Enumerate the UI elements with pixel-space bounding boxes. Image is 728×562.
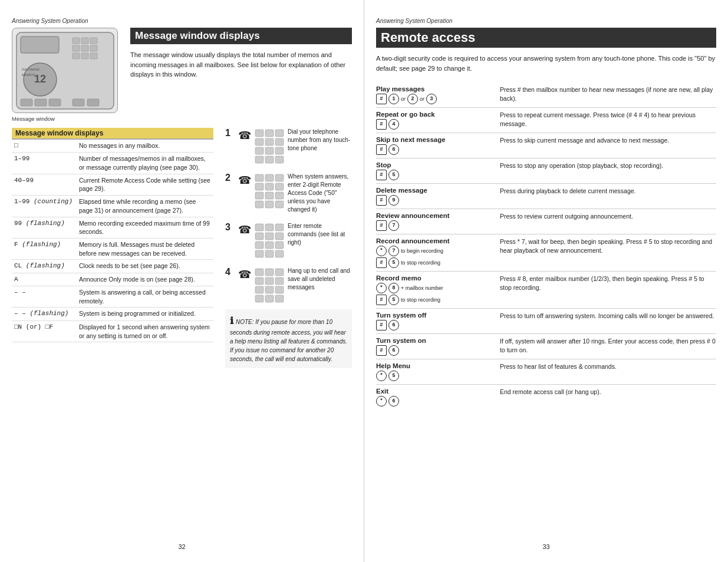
left-page-title: Message window displays [130, 28, 352, 44]
display-code: 1–99 (counting) [12, 196, 77, 217]
display-table: □No messages in any mailbox.1–99Number o… [12, 140, 213, 342]
svg-rect-38 [255, 192, 263, 199]
remote-code-badge: 5 [388, 371, 399, 381]
remote-command-row: Record announcement*7to begin recording#… [376, 234, 716, 272]
remote-code-badge: * [376, 246, 387, 256]
svg-rect-54 [265, 250, 274, 257]
display-code: CL (flashing) [12, 260, 77, 273]
remote-code-badge: 7 [388, 220, 399, 231]
remote-code-row: #6 [376, 345, 494, 356]
right-page-title: Remote access [376, 28, 716, 48]
left-main-content: Message window displays □No messages in … [12, 128, 352, 537]
remote-code-row: *6 [376, 396, 494, 406]
left-page-number: 32 [12, 537, 352, 550]
remote-command-row: Review announcement#7Press to review cur… [376, 209, 716, 234]
remote-code-badge: 5 [388, 257, 399, 268]
svg-rect-30 [265, 156, 274, 163]
remote-action-left: Skip to next message#6 [376, 136, 494, 155]
remote-command-row: Stop#5Press to stop any operation (stop … [376, 158, 716, 184]
remote-action-desc: Press to hear list of features & command… [500, 362, 716, 381]
remote-code-badge: # [376, 320, 387, 330]
remote-command-row: Turn system on#6If off, system will answ… [376, 334, 716, 359]
remote-action-title: Play messages [376, 85, 494, 92]
remote-code-badge: # [376, 119, 387, 130]
remote-code-badge: 1 [388, 94, 399, 104]
svg-rect-28 [275, 147, 284, 154]
svg-rect-50 [255, 242, 263, 249]
svg-rect-20 [255, 130, 263, 137]
remote-code-row: #9 [376, 195, 494, 206]
table-row: 1–99Number of messages/memos in all mail… [12, 153, 213, 174]
display-desc: Displayed for 1 second when answering sy… [77, 320, 213, 342]
remote-code-badge: # [376, 345, 387, 356]
svg-rect-61 [275, 277, 284, 285]
svg-rect-10 [90, 53, 97, 59]
table-row: 40–99Current Remote Access Code while se… [12, 174, 213, 195]
table-row: CL (flashing)Clock needs to be set (see … [12, 260, 213, 273]
remote-code-row: #7 [376, 220, 494, 231]
remote-code-label: + mailbox number [401, 285, 443, 291]
device-area: 12 INCOMING MEMOS Message window [12, 28, 121, 122]
keypad-icon [255, 129, 284, 164]
remote-action-left: Exit*6 [376, 388, 494, 406]
svg-rect-42 [265, 201, 274, 208]
remote-code-row: #1or2or3 [376, 94, 494, 104]
remote-code-badge: 9 [388, 195, 399, 206]
remote-action-desc: Press to stop any operation (stop playba… [500, 161, 716, 180]
remote-action-desc: Press * 7, wait for beep, then begin spe… [500, 237, 716, 268]
phone-icon: ☎ [238, 223, 251, 236]
info-icon: ℹ [230, 316, 233, 326]
remote-code-row: *5 [376, 371, 494, 381]
steps-wrapper: 1☎Dial your telephone number from any to… [225, 128, 352, 303]
right-page-number: 33 [376, 537, 716, 550]
table-row: AAnnounce Only mode is on (see page 28). [12, 273, 213, 286]
remote-code-badge: # [376, 170, 387, 180]
display-code: 40–99 [12, 174, 77, 195]
svg-rect-33 [265, 174, 274, 181]
svg-rect-29 [255, 156, 263, 163]
remote-action-left: Play messages#1or2or3 [376, 85, 494, 104]
svg-rect-37 [275, 183, 284, 190]
table-row: □N (or) □FDisplayed for 1 second when an… [12, 320, 213, 342]
svg-rect-32 [255, 174, 263, 181]
steps-column: 1☎Dial your telephone number from any to… [225, 128, 352, 537]
step-number: 3 [225, 222, 235, 233]
right-page: Answering System Operation Remote access… [364, 0, 728, 562]
display-code: A [12, 273, 77, 286]
svg-rect-40 [275, 192, 284, 199]
remote-action-desc: Press # then mailbox number to hear new … [500, 85, 716, 104]
svg-rect-62 [255, 286, 263, 293]
display-desc: Number of messages/memos in all mailboxe… [77, 153, 213, 174]
remote-action-desc: Press # 8, enter mailbox number (1/2/3),… [500, 275, 716, 305]
svg-rect-39 [265, 192, 274, 199]
right-intro: A two-digit security code is required to… [376, 54, 716, 73]
keypad-icon [255, 174, 284, 209]
svg-text:INCOMING: INCOMING [22, 68, 40, 71]
svg-rect-52 [275, 242, 284, 249]
display-desc: Current Remote Access Code while setting… [77, 174, 213, 195]
phone-icon: ☎ [238, 268, 251, 281]
remote-code-row: #5 [376, 170, 494, 180]
device-svg: 12 INCOMING MEMOS [14, 29, 117, 112]
svg-rect-31 [275, 156, 284, 163]
svg-rect-67 [275, 295, 284, 302]
remote-code-badge: 7 [388, 246, 399, 256]
svg-rect-41 [255, 201, 263, 208]
step-description: When system answers, enter 2-digit Remot… [288, 173, 352, 214]
remote-command-row: Help Menu*5Press to hear list of feature… [376, 359, 716, 385]
remote-code-badge: * [376, 371, 387, 381]
display-code: 1–99 [12, 153, 77, 174]
remote-action-left: Turn system off#6 [376, 312, 494, 330]
remote-code-badge: # [376, 295, 387, 305]
svg-rect-49 [275, 233, 284, 240]
remote-action-left: Repeat or go back#4 [376, 111, 494, 130]
display-desc: Clock needs to be set (see page 26). [77, 260, 213, 273]
svg-rect-46 [275, 224, 284, 231]
remote-code-row: *8+ mailbox number [376, 283, 494, 293]
remote-action-desc: Press to skip current message and advanc… [500, 136, 716, 155]
table-row: 99 (flashing)Memo recording exceeded max… [12, 217, 213, 238]
svg-rect-58 [275, 269, 284, 276]
remote-code-badge: 5 [388, 170, 399, 180]
svg-rect-59 [255, 277, 263, 285]
remote-action-desc: If off, system will answer after 10 ring… [500, 337, 716, 356]
